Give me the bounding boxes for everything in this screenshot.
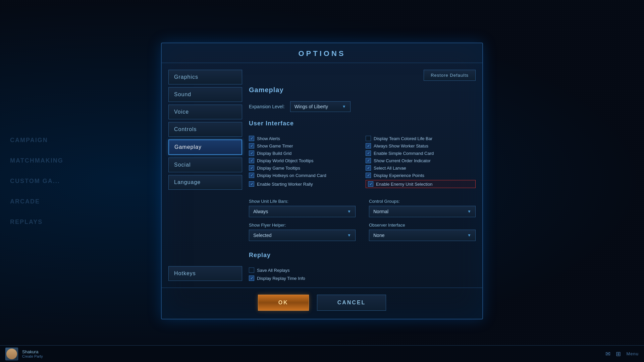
content-panel: Restore Defaults Gameplay Expansion Leve… [249,70,476,281]
nav-btn-voice[interactable]: Voice [168,105,242,119]
cb-enable-starting-worker-box[interactable] [249,181,254,187]
control-groups-value: Normal [373,209,388,214]
ui-section-title: User Interface [249,120,476,127]
unit-life-bars-label: Show Unit Life Bars: [249,199,356,204]
cb-display-game-tooltips-box[interactable] [249,165,254,171]
cb-enable-enemy-unit[interactable]: Enable Enemy Unit Selection [366,180,476,188]
cb-save-all-replays[interactable]: Save All Replays [249,267,476,273]
content-top-bar: Restore Defaults [249,70,476,81]
dropdowns-section: Show Unit Life Bars: Always ▼ Control Gr… [249,199,476,241]
checkboxes-grid: Show Alerts Display Team Colored Life Ba… [249,136,476,188]
observer-interface-group: Observer Interface None ▼ [369,223,476,241]
expansion-label: Expansion Level: [249,104,285,109]
nav-btn-graphics[interactable]: Graphics [168,70,242,84]
cb-always-show-worker[interactable]: Always Show Worker Status [366,143,476,148]
replay-checkboxes: Save All Replays Display Replay Time Inf… [249,267,476,281]
dialog-body: Graphics Sound Voice Controls Gameplay S… [162,63,482,288]
cb-show-game-timer[interactable]: Show Game Timer [249,143,359,148]
dialog-footer: OK CANCEL [162,288,482,319]
nav-btn-social[interactable]: Social [168,158,242,172]
cb-enable-enemy-unit-box[interactable] [368,181,373,187]
menu-text[interactable]: Menu [626,351,639,356]
nav-panel: Graphics Sound Voice Controls Gameplay S… [168,70,242,281]
cb-display-experience-box[interactable] [366,173,371,178]
cb-display-experience-label: Display Experience Points [374,173,424,178]
dialog-title-bar: OPTIONS [162,43,482,63]
username: Shakura [22,349,43,354]
cb-show-current-order-label: Show Current Order Indicator [374,158,431,163]
cancel-button[interactable]: CANCEL [317,295,386,311]
cb-enable-starting-worker-label: Enable Starting Worker Rally [257,182,313,187]
cb-display-game-tooltips[interactable]: Display Game Tooltips [249,165,359,171]
cb-display-world-tooltips[interactable]: Display World Object Tooltips [249,158,359,163]
bottom-right-icons: ✉ ⊞ Menu [605,350,639,358]
cb-display-team-life-bar-box[interactable] [366,136,371,141]
cb-display-build-grid-box[interactable] [249,150,254,156]
cb-display-build-grid[interactable]: Display Build Grid [249,150,359,156]
control-groups-group: Control Groups: Normal ▼ [369,199,476,217]
nav-btn-language[interactable]: Language [168,175,242,190]
cb-show-alerts-box[interactable] [249,136,254,141]
cb-display-replay-time[interactable]: Display Replay Time Info [249,276,476,281]
cb-display-world-tooltips-label: Display World Object Tooltips [257,158,314,163]
cb-display-hotkeys-box[interactable] [249,173,254,178]
cb-display-hotkeys-label: Display Hotkeys on Command Card [257,173,326,178]
expansion-level-row: Expansion Level: Wings of Liberty ▼ [249,101,476,112]
cb-display-game-tooltips-label: Display Game Tooltips [257,166,300,171]
expansion-dropdown-value: Wings of Liberty [294,104,328,109]
cb-save-all-replays-label: Save All Replays [257,268,290,273]
cb-save-all-replays-box[interactable] [249,267,254,273]
cb-select-all-larvae[interactable]: Select All Larvae [366,165,476,171]
flyer-helper-dropdown[interactable]: Selected ▼ [249,230,356,241]
flyer-helper-group: Show Flyer Helper: Selected ▼ [249,223,356,241]
observer-interface-dropdown[interactable]: None ▼ [369,230,476,241]
control-groups-dropdown[interactable]: Normal ▼ [369,206,476,217]
cb-select-all-larvae-box[interactable] [366,165,371,171]
cb-display-replay-time-label: Display Replay Time Info [257,276,305,281]
nav-btn-hotkeys[interactable]: Hotkeys [168,266,242,281]
replay-section-title: Replay [249,252,476,259]
nav-btn-gameplay[interactable]: Gameplay [168,139,242,155]
cb-always-show-worker-box[interactable] [366,143,371,148]
gameplay-section-title: Gameplay [249,86,476,94]
restore-defaults-button[interactable]: Restore Defaults [424,70,476,81]
cb-enable-simple-command[interactable]: Enable Simple Command Card [366,150,476,156]
cb-display-experience[interactable]: Display Experience Points [366,173,476,178]
unit-life-bars-value: Always [253,209,268,214]
control-groups-arrow: ▼ [467,209,471,214]
side-ghost: CAMPAIGN MATCHMAKING CUSTOM GA... ARCADE… [0,0,84,362]
dialog-container: OPTIONS Graphics Sound Voice Controls Ga… [161,43,483,319]
nav-btn-sound[interactable]: Sound [168,87,242,102]
cb-enable-simple-command-box[interactable] [366,150,371,156]
social-icon[interactable]: ⊞ [616,350,621,358]
flyer-helper-value: Selected [253,233,271,238]
cb-show-current-order-box[interactable] [366,158,371,163]
cb-show-alerts[interactable]: Show Alerts [249,136,359,141]
mail-icon[interactable]: ✉ [605,350,610,358]
cb-display-team-life-bar-label: Display Team Colored Life Bar [374,136,432,141]
cb-display-hotkeys[interactable]: Display Hotkeys on Command Card [249,173,359,178]
cb-display-world-tooltips-box[interactable] [249,158,254,163]
observer-interface-arrow: ▼ [467,233,471,238]
create-party-link[interactable]: Create Party [22,354,43,358]
control-groups-label: Control Groups: [369,199,476,204]
expansion-dropdown-arrow: ▼ [342,104,346,109]
user-info: Shakura Create Party [22,349,43,358]
cb-display-team-life-bar[interactable]: Display Team Colored Life Bar [366,136,476,141]
nav-btn-controls[interactable]: Controls [168,122,242,137]
flyer-helper-label: Show Flyer Helper: [249,223,356,228]
expansion-dropdown[interactable]: Wings of Liberty ▼ [290,101,351,112]
cb-enable-starting-worker[interactable]: Enable Starting Worker Rally [249,180,359,188]
cb-show-game-timer-label: Show Game Timer [257,143,293,148]
cb-show-game-timer-box[interactable] [249,143,254,148]
unit-life-bars-arrow: ▼ [347,209,351,214]
cb-display-replay-time-box[interactable] [249,276,254,281]
ok-button[interactable]: OK [258,295,309,311]
cb-always-show-worker-label: Always Show Worker Status [374,143,428,148]
avatar-face [6,349,17,359]
cb-enable-simple-command-label: Enable Simple Command Card [374,151,434,156]
unit-life-bars-dropdown[interactable]: Always ▼ [249,206,356,217]
cb-show-current-order[interactable]: Show Current Order Indicator [366,158,476,163]
cb-enable-enemy-unit-label: Enable Enemy Unit Selection [376,182,432,187]
observer-interface-label: Observer Interface [369,223,476,228]
